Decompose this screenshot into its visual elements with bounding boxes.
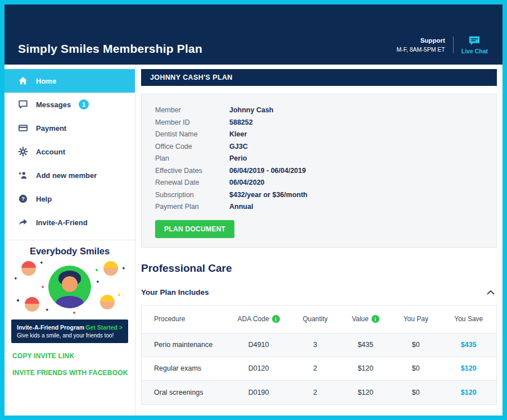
- detail-value: Johnny Cash: [229, 104, 274, 117]
- sidebar-item-home[interactable]: Home: [4, 69, 135, 93]
- plan-document-button[interactable]: PLAN DOCUMENT: [155, 220, 234, 238]
- sparkle: ✦: [45, 307, 49, 313]
- content-row: Home Messages 1 Payment: [4, 65, 503, 416]
- detail-value: Annual: [229, 201, 253, 213]
- info-icon[interactable]: i: [272, 315, 280, 323]
- support-hours: M-F, 8AM-5PM ET: [396, 45, 445, 53]
- face-shape: [62, 276, 78, 292]
- detail-row: Member Johnny Cash: [155, 104, 483, 117]
- share-icon: [18, 217, 28, 227]
- plan-details-card: Member Johnny Cash Member ID 588252 Dent…: [141, 94, 497, 248]
- detail-label: Member: [155, 104, 229, 117]
- card-icon: [18, 123, 28, 133]
- copy-invite-link[interactable]: COPY INVITE LINK: [12, 352, 135, 360]
- detail-label: Renewal Date: [155, 177, 229, 189]
- detail-row: Renewal Date 06/04/2020: [155, 177, 483, 189]
- table-row: Perio maintenance D4910 3 $435 $0 $435: [142, 334, 496, 357]
- plan-includes-table: Procedure ADA Codei Quantity Valuei You …: [141, 305, 497, 405]
- sidebar-item-account[interactable]: Account: [4, 140, 135, 163]
- column-header-procedure: Procedure: [142, 315, 227, 323]
- shirt-shape: [56, 296, 84, 308]
- cell-procedure: Perio maintenance: [142, 341, 227, 349]
- gear-icon: [18, 147, 28, 157]
- main-face-circle: [48, 266, 91, 308]
- sidebar-item-invite[interactable]: Invite-A-Friend: [4, 211, 135, 234]
- sidebar-item-label: Help: [36, 195, 52, 203]
- detail-row: Office Code GJ3C: [155, 141, 483, 153]
- page-title: Simply Smiles Membership Plan: [18, 42, 202, 56]
- cell-procedure: Oral screenings: [142, 389, 227, 396]
- sidebar-item-add-member[interactable]: Add new member: [4, 163, 135, 187]
- detail-label: Dentist Name: [155, 129, 229, 141]
- plan-includes-title: Your Plan Includes: [141, 288, 209, 296]
- detail-row: Payment Plan Annual: [155, 201, 483, 213]
- sidebar-item-label: Messages: [36, 101, 71, 109]
- sidebar-item-payment[interactable]: Payment: [4, 116, 135, 140]
- detail-value: $432/year or $36/month: [229, 189, 307, 202]
- facebook-invite-link[interactable]: INVITE FRIENDS WITH FACEBOOK: [12, 369, 135, 377]
- detail-row: Subscription $432/year or $36/month: [155, 189, 483, 202]
- page-frame: Simply Smiles Membership Plan Support M-…: [0, 0, 507, 420]
- professional-care-title: Professional Care: [141, 262, 497, 275]
- sidebar-item-label: Add new member: [36, 171, 97, 180]
- live-chat-label: Live Chat: [461, 48, 488, 54]
- column-header-you-pay: You Pay: [391, 315, 441, 323]
- support-info: Support M-F, 8AM-5PM ET: [396, 36, 445, 53]
- detail-row: Plan Perio: [155, 153, 483, 165]
- collapse-section-button[interactable]: [485, 288, 497, 297]
- plan-includes-header: Your Plan Includes: [141, 288, 497, 297]
- column-header-you-save: You Save: [441, 315, 496, 323]
- detail-row: Effective Dates 06/04/2019 - 06/04/2019: [155, 165, 483, 177]
- sidebar-item-label: Invite-A-Friend: [36, 218, 88, 227]
- app-header: Simply Smiles Membership Plan Support M-…: [4, 4, 503, 65]
- everybody-smiles-heading: Everybody Smiles: [4, 246, 135, 257]
- cell-value: $120: [341, 389, 391, 396]
- column-header-label: ADA Code: [238, 315, 269, 323]
- cell-value: $435: [341, 341, 391, 349]
- sidebar-divider: [4, 240, 135, 240]
- small-face-circle: [21, 261, 36, 276]
- info-icon[interactable]: i: [372, 315, 379, 323]
- sidebar-item-label: Account: [36, 148, 65, 156]
- get-started-link[interactable]: Get Started >: [85, 324, 123, 331]
- live-chat-button[interactable]: Live Chat: [461, 35, 488, 54]
- person-add-icon: [18, 170, 28, 180]
- cell-you-pay: $0: [391, 389, 441, 396]
- detail-label: Member ID: [155, 117, 229, 129]
- cell-ada-code: D0120: [227, 364, 290, 372]
- main-content: JOHNNY CASH'S PLAN Member Johnny Cash Me…: [135, 65, 503, 416]
- plan-header-bar: JOHNNY CASH'S PLAN: [141, 69, 497, 86]
- cell-you-save: $120: [441, 389, 496, 396]
- promo-program-label: Invite-A-Friend Program: [17, 324, 84, 331]
- question-icon: ?: [18, 194, 28, 204]
- confetti-dot: [73, 312, 75, 314]
- detail-label: Office Code: [155, 141, 229, 153]
- confetti-dot: [17, 299, 19, 302]
- promo-tagline: Give kids a smile, and your friends too!: [17, 332, 123, 339]
- detail-value: 06/04/2020: [229, 177, 265, 189]
- chat-bubble-icon: [468, 35, 481, 47]
- column-header-ada-code: ADA Codei: [227, 315, 290, 323]
- detail-label: Subscription: [155, 189, 229, 202]
- small-face-circle: [103, 261, 118, 276]
- svg-text:?: ?: [21, 195, 25, 202]
- message-icon: [18, 99, 28, 109]
- detail-label: Payment Plan: [155, 201, 229, 213]
- sidebar-item-label: Payment: [36, 124, 66, 133]
- sidebar-item-label: Home: [36, 77, 56, 85]
- sidebar-item-help[interactable]: ? Help: [4, 187, 135, 211]
- cell-quantity: 2: [290, 364, 341, 372]
- small-face-circle: [25, 297, 39, 312]
- sidebar-item-messages[interactable]: Messages 1: [4, 93, 135, 116]
- confetti-dot: [42, 286, 44, 288]
- cell-ada-code: D4910: [227, 341, 290, 349]
- app-window: Simply Smiles Membership Plan Support M-…: [4, 4, 503, 416]
- table-row: Oral screenings D0190 2 $120 $0 $120: [142, 381, 496, 404]
- column-header-value: Valuei: [341, 315, 391, 323]
- sparkle: ✦: [13, 276, 18, 281]
- detail-row: Member ID 588252: [155, 117, 483, 129]
- detail-row: Dentist Name Kleer: [155, 129, 483, 141]
- cell-you-save: $120: [441, 364, 496, 372]
- confetti-dot: [96, 269, 98, 271]
- table-body: Perio maintenance D4910 3 $435 $0 $435 R…: [142, 334, 496, 404]
